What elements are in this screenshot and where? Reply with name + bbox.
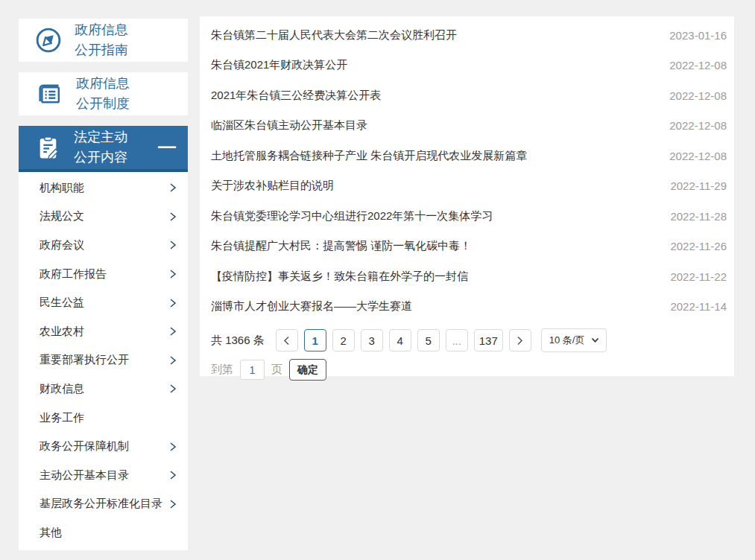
article-title: 土地托管服务耦合链接种子产业 朱台镇开启现代农业发展新篇章 <box>211 149 527 163</box>
sidebar-item-other[interactable]: 其他 <box>19 518 188 547</box>
page-button-1[interactable]: 1 <box>304 329 326 351</box>
sidebar-item-label: 政府信息 公开制度 <box>76 74 130 114</box>
article-title: 朱台镇第二十届人民代表大会第二次会议胜利召开 <box>211 28 457 42</box>
page-button-last[interactable]: 137 <box>474 329 503 351</box>
chevron-down-icon <box>591 337 599 343</box>
clipboard-pen-icon <box>34 134 62 162</box>
page-button-2[interactable]: 2 <box>332 329 355 351</box>
chevron-right-icon <box>169 240 177 250</box>
page-jump-bar: 到第 页 确定 <box>211 359 734 381</box>
next-page-button[interactable] <box>509 329 531 351</box>
article-row[interactable]: 临淄区朱台镇主动公开基本目录 2022-12-08 <box>200 111 734 141</box>
sidebar: 政府信息 公开指南 政府信息 公开制度 <box>19 19 188 550</box>
sidebar-item-fiscal-info[interactable]: 财政信息 <box>19 375 188 404</box>
article-title: 2021年朱台镇三公经费决算公开表 <box>211 89 381 103</box>
article-title: 关于涉农补贴栏目的说明 <box>211 179 334 193</box>
page-size-select[interactable]: 10 条/页 <box>541 328 607 352</box>
jump-suffix-label: 页 <box>271 363 282 377</box>
article-row[interactable]: 土地托管服务耦合链接种子产业 朱台镇开启现代农业发展新篇章 2022-12-08 <box>200 141 734 171</box>
sidebar-item-grassroots-catalog[interactable]: 基层政务公开标准化目录 <box>19 490 188 519</box>
sidebar-item-guarantee-mechanism[interactable]: 政务公开保障机制 <box>19 432 188 461</box>
article-date: 2023-01-16 <box>669 29 727 42</box>
compass-icon <box>34 26 63 54</box>
collapse-minus-icon[interactable]: — <box>158 137 176 155</box>
sidebar-item-gov-meetings[interactable]: 政府会议 <box>19 231 188 260</box>
chevron-left-icon <box>283 336 290 346</box>
jump-page-input[interactable] <box>240 360 265 380</box>
sidebar-item-key-deployments[interactable]: 重要部署执行公开 <box>19 346 188 375</box>
article-date: 2022-11-28 <box>670 210 727 223</box>
article-title: 朱台镇党委理论学习中心组进行2022年第十一次集体学习 <box>211 209 493 223</box>
page-button-5[interactable]: 5 <box>417 329 440 351</box>
article-title: 朱台镇提醒广大村民：提高警惕 谨防一氧化碳中毒！ <box>211 239 471 253</box>
sidebar-item-disclosure-system[interactable]: 政府信息 公开制度 <box>19 72 188 115</box>
chevron-right-icon <box>169 298 177 308</box>
chevron-right-icon <box>169 211 177 222</box>
article-title: 临淄区朱台镇主动公开基本目录 <box>211 118 367 133</box>
sidebar-item-business-work[interactable]: 业务工作 <box>19 404 188 433</box>
article-title: 朱台镇2021年财政决算公开 <box>211 58 347 72</box>
sidebar-item-disclosure-guide[interactable]: 政府信息 公开指南 <box>19 19 188 62</box>
article-date: 2022-11-22 <box>670 270 727 283</box>
chevron-right-icon <box>169 269 177 279</box>
sidebar-item-agriculture[interactable]: 农业农村 <box>19 317 188 346</box>
article-row[interactable]: 朱台镇第二十届人民代表大会第二次会议胜利召开 2023-01-16 <box>200 20 734 51</box>
article-date: 2022-11-14 <box>670 300 727 313</box>
sidebar-item-basic-catalog[interactable]: 主动公开基本目录 <box>19 461 188 490</box>
confirm-button[interactable]: 确定 <box>289 359 326 381</box>
page-button-3[interactable]: 3 <box>361 329 383 351</box>
article-title: 淄博市人才创业大赛报名——大学生赛道 <box>211 299 412 314</box>
article-row[interactable]: 2021年朱台镇三公经费决算公开表 2022-12-08 <box>200 80 734 111</box>
article-date: 2022-12-08 <box>669 59 727 71</box>
sidebar-item-statutory-disclosure[interactable]: 法定主动 公开内容 — <box>19 126 188 172</box>
article-row[interactable]: 朱台镇党委理论学习中心组进行2022年第十一次集体学习 2022-11-28 <box>200 201 734 232</box>
article-date: 2022-11-26 <box>670 240 727 252</box>
chevron-right-icon <box>169 442 177 452</box>
article-row[interactable]: 朱台镇提醒广大村民：提高警惕 谨防一氧化碳中毒！ 2022-11-26 <box>200 232 734 262</box>
chevron-right-icon <box>169 470 177 480</box>
article-row[interactable]: 淄博市人才创业大赛报名——大学生赛道 2022-11-14 <box>200 292 734 322</box>
chevron-right-icon <box>169 499 177 509</box>
article-list-panel: 朱台镇第二十届人民代表大会第二次会议胜利召开 2023-01-16 朱台镇202… <box>200 16 734 376</box>
pagination-bar: 共 1366 条 1 2 3 4 5 ... 137 10 条/页 <box>211 328 734 352</box>
article-date: 2022-12-08 <box>669 119 727 132</box>
ledger-icon <box>34 79 64 109</box>
article-row[interactable]: 朱台镇2021年财政决算公开 2022-12-08 <box>200 51 734 81</box>
chevron-right-icon <box>169 355 177 366</box>
sidebar-submenu: 机构职能 法规公文 政府会议 政府工作报告 民生公益 农业农村 重要部署执行公开 <box>19 172 188 550</box>
article-row[interactable]: 关于涉农补贴栏目的说明 2022-11-29 <box>200 171 734 202</box>
chevron-right-icon <box>169 384 177 394</box>
chevron-right-icon <box>169 326 177 337</box>
sidebar-item-work-report[interactable]: 政府工作报告 <box>19 260 188 289</box>
jump-prefix-label: 到第 <box>211 363 233 377</box>
sidebar-item-regulations[interactable]: 法规公文 <box>19 203 188 232</box>
sidebar-item-label: 法定主动 公开内容 <box>74 127 127 168</box>
article-title: 【疫情防控】事关返乡！致朱台籍在外学子的一封信 <box>211 270 468 284</box>
sidebar-item-livelihood[interactable]: 民生公益 <box>19 288 188 317</box>
article-date: 2022-12-08 <box>669 89 727 102</box>
article-date: 2022-11-29 <box>670 179 727 192</box>
article-date: 2022-12-08 <box>669 150 727 162</box>
sidebar-item-label: 政府信息 公开指南 <box>75 20 128 60</box>
sidebar-item-org-functions[interactable]: 机构职能 <box>19 174 188 203</box>
page-button-4[interactable]: 4 <box>389 329 411 351</box>
chevron-right-icon <box>169 182 177 193</box>
more-pages-button[interactable]: ... <box>446 329 468 351</box>
chevron-right-icon <box>517 336 523 346</box>
prev-page-button[interactable] <box>276 329 298 351</box>
total-count-label: 共 1366 条 <box>211 334 265 348</box>
article-row[interactable]: 【疫情防控】事关返乡！致朱台籍在外学子的一封信 2022-11-22 <box>200 261 734 292</box>
